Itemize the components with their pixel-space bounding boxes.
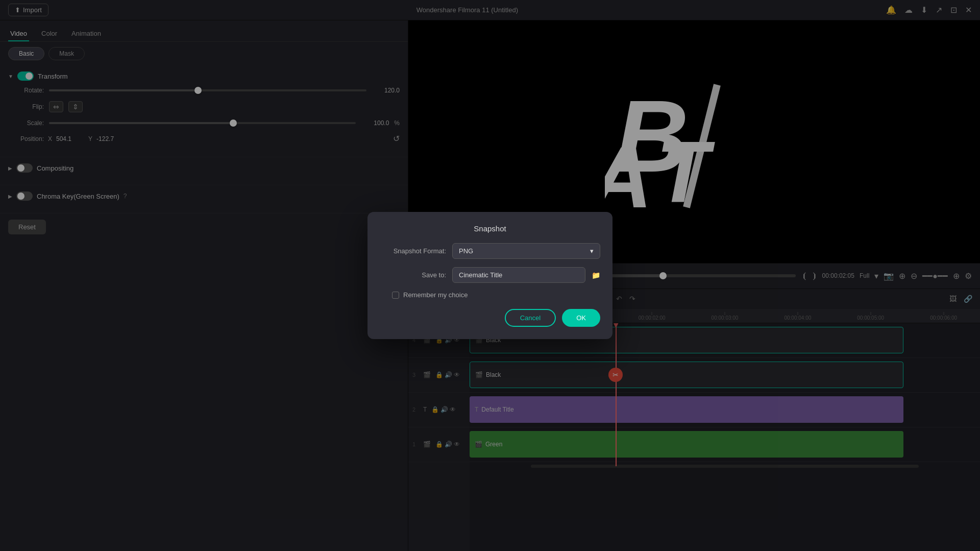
dialog-format-value: PNG <box>459 247 473 255</box>
cancel-button[interactable]: Cancel <box>505 309 556 327</box>
dialog-checkbox-row: Remember my choice <box>380 291 600 299</box>
remember-checkbox[interactable] <box>392 292 399 299</box>
dialog-save-label: Save to: <box>380 271 446 279</box>
dropdown-arrow-icon: ▾ <box>590 247 594 255</box>
dialog-format-label: Snapshot Format: <box>380 247 446 255</box>
folder-browse-icon[interactable]: 📁 <box>592 271 600 279</box>
remember-label: Remember my choice <box>403 291 468 299</box>
dialog-save-path-value: Cinematic Title <box>459 271 502 279</box>
dialog-overlay: Snapshot Snapshot Format: PNG ▾ Save to:… <box>0 0 980 551</box>
dialog-title: Snapshot <box>380 224 600 233</box>
dialog-format-select[interactable]: PNG ▾ <box>452 243 600 259</box>
dialog-save-path: Cinematic Title <box>452 267 585 283</box>
dialog-buttons: Cancel OK <box>380 309 600 327</box>
dialog-format-row: Snapshot Format: PNG ▾ <box>380 243 600 259</box>
dialog-saveto-row: Save to: Cinematic Title 📁 <box>380 267 600 283</box>
snapshot-dialog: Snapshot Snapshot Format: PNG ▾ Save to:… <box>368 212 612 339</box>
ok-button[interactable]: OK <box>562 309 600 327</box>
